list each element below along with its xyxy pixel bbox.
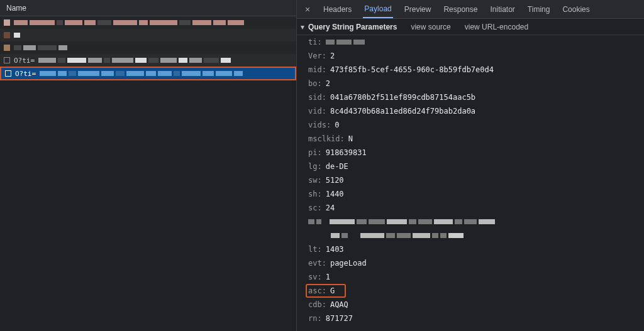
param-row: sw:5120 [297, 173, 644, 187]
param-key: sw: [308, 176, 322, 185]
param-key: sh: [308, 190, 322, 198]
redacted-text [331, 231, 464, 240]
param-row [297, 229, 644, 242]
param-key: evt: [308, 259, 326, 268]
redacted-text [14, 19, 292, 26]
param-row: rn:871727 [297, 312, 644, 325]
param-key: bo: [308, 79, 322, 88]
param-value: 473f85fb-5cef-4655-960c-8b59fdb7e0d4 [330, 65, 494, 74]
query-params-header[interactable]: ▾ Query String Parameters view source vi… [297, 19, 644, 35]
param-key: cdb: [308, 300, 326, 309]
param-value: pageLoad [330, 259, 367, 268]
close-icon[interactable]: × [303, 4, 312, 14]
param-value: N [348, 134, 353, 143]
param-key: lg: [308, 162, 322, 171]
redacted-text [40, 70, 291, 77]
request-row[interactable] [0, 29, 296, 41]
redacted-text [14, 45, 292, 51]
redacted-text [326, 40, 365, 45]
tab-timing[interactable]: Timing [526, 0, 552, 18]
request-name: O?ti= [15, 70, 36, 78]
request-row[interactable] [0, 16, 296, 29]
param-key: sid: [308, 93, 326, 102]
redacted-text [14, 32, 292, 38]
param-value: 24 [326, 203, 335, 212]
param-value: 0 [335, 121, 339, 129]
details-panel: × Headers Payload Preview Response Initi… [297, 0, 644, 331]
param-row: sh:1440 [297, 187, 644, 201]
caret-down-icon[interactable]: ▾ [299, 23, 306, 31]
redacted-text [308, 217, 495, 226]
resource-type-swatch [4, 19, 10, 26]
param-row: pi:918639831 [297, 146, 644, 160]
request-row-selected[interactable]: O?ti= [0, 67, 296, 80]
tab-payload[interactable]: Payload [363, 0, 392, 18]
param-row: lt:1403 [297, 242, 644, 256]
param-row: msclkid:N [297, 132, 644, 146]
details-tabs: × Headers Payload Preview Response Initi… [297, 0, 644, 19]
checkbox-icon[interactable] [5, 70, 11, 77]
param-key: pi: [308, 148, 322, 157]
resource-type-swatch [4, 32, 10, 38]
param-key: sv: [308, 273, 322, 281]
checkbox-icon[interactable] [4, 57, 10, 63]
param-row: cdb:AQAQ [297, 298, 644, 312]
view-url-encoded-link[interactable]: view URL-encoded [465, 23, 528, 31]
param-value: 5120 [326, 176, 344, 185]
param-value: 2 [326, 79, 330, 88]
param-row: vid:8c4d4370b68a11ed86d24f79bab2da0a [297, 104, 644, 118]
param-value: 871727 [326, 314, 353, 323]
resource-type-swatch [4, 45, 10, 51]
param-key: lt: [308, 245, 322, 254]
param-row: evt:pageLoad [297, 256, 644, 270]
tab-cookies[interactable]: Cookies [561, 0, 591, 18]
request-list-panel: Name O?ti= O?ti= [0, 0, 297, 331]
param-key: vids: [308, 121, 331, 129]
param-key: asc: [308, 286, 326, 295]
param-value: 8c4d4370b68a11ed86d24f79bab2da0a [330, 107, 475, 116]
name-column-header[interactable]: Name [0, 0, 296, 16]
param-value: 1403 [326, 245, 344, 254]
request-name: O?ti= [14, 57, 35, 65]
param-key: sc: [308, 203, 322, 212]
param-value: 1440 [326, 190, 344, 198]
param-row-highlighted: asc:G [297, 284, 644, 298]
param-value: 918639831 [326, 148, 367, 157]
param-row: sid:041a6780b2f511ef899cdb87154aac5b [297, 90, 644, 104]
param-key: vid: [308, 107, 326, 116]
tab-initiator[interactable]: Initiator [489, 0, 516, 18]
param-row: Ver:2 [297, 49, 644, 63]
redacted-text [38, 57, 292, 63]
param-row: mid:473f85fb-5cef-4655-960c-8b59fdb7e0d4 [297, 63, 644, 77]
param-key: Ver: [308, 52, 326, 60]
param-row: ti: [297, 35, 644, 49]
section-title: Query String Parameters [308, 23, 397, 31]
param-row: bo:2 [297, 77, 644, 90]
param-row: sv:1 [297, 270, 644, 284]
param-row: lg:de-DE [297, 160, 644, 173]
param-row: vids:0 [297, 118, 644, 132]
tab-response[interactable]: Response [442, 0, 479, 18]
param-key: mid: [308, 65, 326, 74]
param-value: G [330, 286, 335, 295]
param-value: 2 [330, 52, 335, 60]
param-row [297, 215, 644, 229]
param-value: AQAQ [330, 300, 348, 309]
param-key: rn: [308, 314, 322, 323]
tab-headers[interactable]: Headers [322, 0, 353, 18]
param-row: sc:24 [297, 201, 644, 215]
view-source-link[interactable]: view source [411, 23, 450, 31]
request-row[interactable] [0, 41, 296, 54]
tab-preview[interactable]: Preview [403, 0, 433, 18]
request-row[interactable]: O?ti= [0, 54, 296, 67]
param-key: msclkid: [308, 134, 345, 143]
param-value: 1 [326, 273, 330, 281]
param-value: 041a6780b2f511ef899cdb87154aac5b [330, 93, 475, 102]
param-value: de-DE [326, 162, 348, 171]
param-key: ti: [308, 38, 322, 46]
